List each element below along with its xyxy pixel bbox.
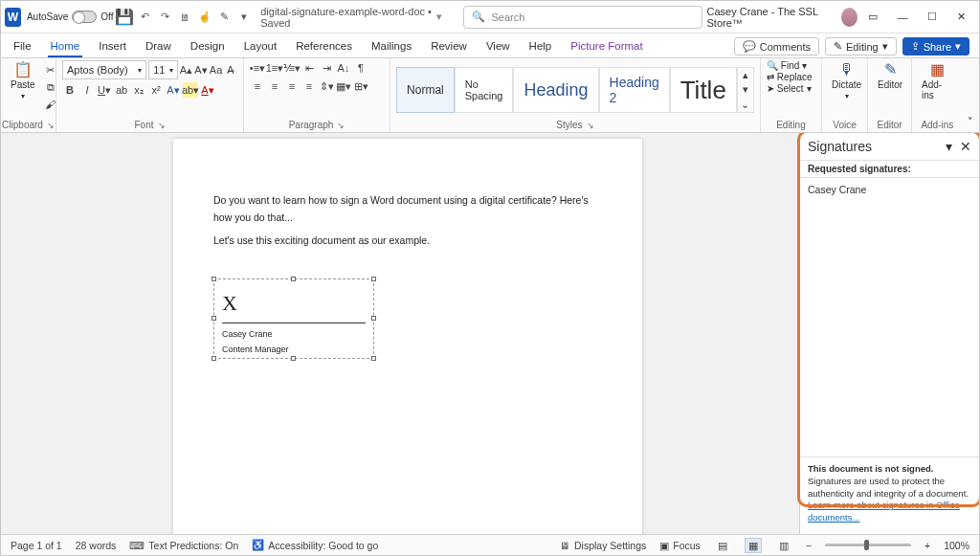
borders-button[interactable]: ⊞▾ <box>353 78 368 94</box>
tab-home[interactable]: Home <box>42 36 89 57</box>
replace-button[interactable]: ⇄Replace <box>767 72 813 82</box>
underline-button[interactable]: U▾ <box>97 82 112 98</box>
shading-button[interactable]: ▦▾ <box>336 78 351 94</box>
strike-button[interactable]: ab <box>114 82 129 98</box>
qat-dropdown[interactable]: ▾ <box>235 7 254 28</box>
collapse-ribbon-button[interactable]: ˅ <box>963 58 979 132</box>
autosave-toggle[interactable]: AutoSave Off <box>27 11 114 23</box>
ribbon-options-button[interactable]: ▭ <box>859 3 887 32</box>
font-size-combo[interactable]: 11▾ <box>148 60 177 79</box>
document-title[interactable]: digital-signature-example-word-doc • Sav… <box>260 6 433 29</box>
user-label[interactable]: Casey Crane - The SSL Store™ <box>706 6 833 29</box>
chevron-down-icon[interactable]: ▾ <box>436 11 442 23</box>
resize-handle[interactable] <box>212 277 216 281</box>
align-right-button[interactable]: ≡ <box>284 78 300 94</box>
tab-mailings[interactable]: Mailings <box>363 36 420 57</box>
editor-button[interactable]: ✎Editor <box>874 60 906 92</box>
search-input[interactable]: 🔍 Search <box>463 6 702 29</box>
avatar[interactable] <box>841 8 858 27</box>
tab-help[interactable]: Help <box>521 36 561 57</box>
bullets-button[interactable]: •≡▾ <box>250 60 265 76</box>
display-settings[interactable]: 🖥Display Settings <box>560 540 646 551</box>
text-predictions-status[interactable]: ⌨Text Predictions: On <box>129 540 238 551</box>
font-color-button[interactable]: A▾ <box>200 82 215 98</box>
style-title[interactable]: Title <box>670 67 737 113</box>
style-expand[interactable]: ⌄ <box>738 98 753 112</box>
resize-handle[interactable] <box>371 356 376 361</box>
numbering-button[interactable]: 1≡▾ <box>267 60 282 76</box>
save-button[interactable]: 💾 <box>115 7 134 28</box>
comments-button[interactable]: 💬Comments <box>734 37 819 56</box>
multilevel-button[interactable]: ⅟≡▾ <box>284 60 300 76</box>
indent-button[interactable]: ⇥ <box>319 60 334 76</box>
line-spacing-button[interactable]: ⇕▾ <box>319 78 334 94</box>
share-button[interactable]: ⇪Share▾ <box>902 37 969 56</box>
font-name-combo[interactable]: Aptos (Body)▾ <box>62 60 146 79</box>
tab-design[interactable]: Design <box>182 36 234 57</box>
dialog-launcher-icon[interactable]: ↘ <box>158 121 166 130</box>
text-effects-button[interactable]: A▾ <box>166 82 181 98</box>
zoom-slider[interactable] <box>825 544 911 546</box>
qat-button[interactable]: 🗎 <box>176 7 194 28</box>
resize-handle[interactable] <box>291 356 296 361</box>
page-count[interactable]: Page 1 of 1 <box>11 540 62 551</box>
autosave-switch-icon[interactable] <box>72 11 97 23</box>
learn-more-link[interactable]: Learn more about signatures in Office do… <box>808 500 960 523</box>
superscript-button[interactable]: x² <box>148 82 164 98</box>
sort-button[interactable]: A↓ <box>336 60 351 76</box>
resize-handle[interactable] <box>371 277 376 281</box>
pane-close-button[interactable]: ✕ <box>960 139 971 154</box>
web-layout-button[interactable]: ▥ <box>775 538 792 553</box>
align-left-button[interactable]: ≡ <box>250 78 265 94</box>
close-button[interactable]: ✕ <box>947 3 975 32</box>
print-layout-button[interactable]: ▦ <box>745 538 762 553</box>
shrink-font-button[interactable]: A▾ <box>194 62 208 78</box>
tab-references[interactable]: References <box>287 36 361 57</box>
minimize-button[interactable]: — <box>889 3 917 32</box>
change-case-button[interactable]: Aa <box>210 62 223 78</box>
resize-handle[interactable] <box>212 356 216 361</box>
align-center-button[interactable]: ≡ <box>267 78 282 94</box>
highlight-button[interactable]: ab▾ <box>183 82 198 98</box>
italic-button[interactable]: I <box>79 82 95 98</box>
paste-button[interactable]: 📋 Paste ▾ <box>7 60 39 102</box>
tab-insert[interactable]: Insert <box>90 36 135 57</box>
focus-mode[interactable]: ▣Focus <box>659 540 701 551</box>
document-canvas[interactable]: Do you want to learn how to sign a Word … <box>1 133 799 534</box>
styles-gallery[interactable]: Normal No Spacing Heading Heading 2 Titl… <box>396 64 754 116</box>
outdent-button[interactable]: ⇤ <box>301 60 317 76</box>
bold-button[interactable]: B <box>62 82 78 98</box>
style-scroll-up[interactable]: ▴ <box>738 68 753 82</box>
requested-signer-item[interactable]: Casey Crane <box>808 184 971 195</box>
undo-button[interactable]: ↶ <box>136 7 154 28</box>
maximize-button[interactable]: ☐ <box>918 3 946 32</box>
style-normal[interactable]: Normal <box>396 67 455 113</box>
pane-options-button[interactable]: ▾ <box>946 139 952 154</box>
resize-handle[interactable] <box>212 316 216 321</box>
style-no-spacing[interactable]: No Spacing <box>455 67 514 113</box>
zoom-level[interactable]: 100% <box>944 540 969 551</box>
dialog-launcher-icon[interactable]: ↘ <box>47 121 55 130</box>
accessibility-status[interactable]: ♿Accessibility: Good to go <box>252 539 378 551</box>
dialog-launcher-icon[interactable]: ↘ <box>587 121 594 130</box>
style-heading2[interactable]: Heading 2 <box>599 67 670 113</box>
tab-layout[interactable]: Layout <box>235 36 286 57</box>
subscript-button[interactable]: x₂ <box>131 82 146 98</box>
editing-mode-button[interactable]: ✎Editing▾ <box>825 37 897 56</box>
style-heading1[interactable]: Heading <box>513 67 598 113</box>
dialog-launcher-icon[interactable]: ↘ <box>337 121 345 130</box>
justify-button[interactable]: ≡ <box>301 78 317 94</box>
select-button[interactable]: ➤Select▾ <box>767 83 813 94</box>
zoom-out-button[interactable]: − <box>806 540 812 551</box>
addins-button[interactable]: ▦Add-ins <box>918 60 957 102</box>
show-marks-button[interactable]: ¶ <box>353 60 368 76</box>
style-scroll-down[interactable]: ▾ <box>738 82 753 97</box>
qat-button[interactable]: ☝ <box>195 7 213 28</box>
tab-picture-format[interactable]: Picture Format <box>562 36 651 57</box>
tab-view[interactable]: View <box>478 36 519 57</box>
clear-format-button[interactable]: A̶ <box>224 62 237 78</box>
zoom-in-button[interactable]: + <box>924 540 930 551</box>
read-mode-button[interactable]: ▤ <box>714 538 731 553</box>
signature-line-object[interactable]: X Casey Crane Content Manager <box>213 278 374 359</box>
grow-font-button[interactable]: A▴ <box>180 62 193 78</box>
